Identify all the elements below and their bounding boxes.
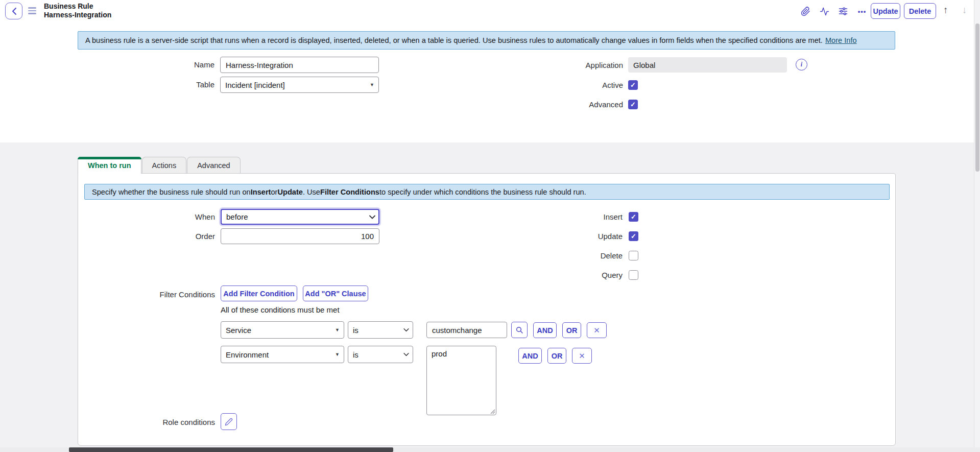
check-icon: ✓ <box>630 81 636 89</box>
when-to-run-panel: Specify whether the business rule should… <box>78 173 896 446</box>
delete-checkbox[interactable] <box>629 251 638 260</box>
advanced-label: Advanced <box>409 100 623 109</box>
info-banner: A business rule is a server-side script … <box>78 31 895 50</box>
previous-record-icon[interactable]: ↑ <box>943 5 948 16</box>
info-banner-text: A business rule is a server-side script … <box>85 36 823 44</box>
or-button[interactable]: OR <box>547 348 566 364</box>
and-button[interactable]: AND <box>533 322 557 338</box>
record-title: Business Rule Harness-Integration <box>44 2 111 19</box>
more-options-icon[interactable]: ••• <box>856 5 868 17</box>
attachment-icon[interactable] <box>799 5 811 17</box>
update-button[interactable]: Update <box>871 3 900 19</box>
remove-condition-button[interactable]: ✕ <box>587 322 607 338</box>
name-input[interactable] <box>220 57 379 73</box>
update-label: Update <box>78 232 623 241</box>
delete-label: Delete <box>78 251 623 260</box>
insert-label: Insert <box>78 212 623 221</box>
horizontal-scrollbar[interactable] <box>0 447 980 452</box>
lookup-button[interactable] <box>511 322 528 338</box>
active-label: Active <box>409 81 623 89</box>
record-name: Harness-Integration <box>44 11 111 19</box>
pencil-icon <box>225 418 233 426</box>
name-label: Name <box>0 60 214 69</box>
add-filter-condition-button[interactable]: Add Filter Condition <box>221 286 297 301</box>
more-info-link[interactable]: More Info <box>825 36 857 44</box>
condition-field-select[interactable]: Service ▼ <box>221 321 344 339</box>
check-icon: ✓ <box>631 232 636 240</box>
delete-button[interactable]: Delete <box>904 3 936 19</box>
tab-banner-text: Specify whether the business rule should… <box>92 188 251 196</box>
tab-when-to-run[interactable]: When to run <box>78 157 141 174</box>
back-button[interactable] <box>5 3 22 19</box>
query-label: Query <box>78 271 623 279</box>
check-icon: ✓ <box>631 213 636 221</box>
active-checkbox[interactable]: ✓ <box>628 80 638 90</box>
update-checkbox[interactable]: ✓ <box>629 231 638 241</box>
vertical-scrollbar-thumb[interactable] <box>975 23 979 172</box>
application-info-icon[interactable]: i <box>796 59 807 70</box>
condition-operator-select[interactable]: is <box>348 321 413 339</box>
condition-field-select[interactable]: Environment ▼ <box>221 346 344 363</box>
vertical-scrollbar[interactable] <box>974 0 980 452</box>
tab-advanced[interactable]: Advanced <box>187 157 241 173</box>
table-select[interactable]: Incident [incident] ▼ <box>220 77 379 93</box>
personalize-form-icon[interactable] <box>837 5 849 17</box>
or-button[interactable]: OR <box>562 322 581 338</box>
tab-strip: When to run Actions Advanced <box>78 157 241 174</box>
tab-info-banner: Specify whether the business rule should… <box>84 184 890 200</box>
business-rule-form-page: Business Rule Harness-Integration ••• Up… <box>0 0 980 452</box>
horizontal-scrollbar-thumb[interactable] <box>69 447 393 452</box>
condition-value-textarea[interactable]: prod <box>426 346 496 415</box>
remove-condition-button[interactable]: ✕ <box>572 348 592 364</box>
form-header: Business Rule Harness-Integration ••• Up… <box>0 0 980 22</box>
application-label: Application <box>409 61 623 69</box>
activity-stream-icon[interactable] <box>818 5 830 17</box>
role-conditions-label: Role conditions <box>78 418 215 426</box>
query-checkbox[interactable] <box>629 270 638 280</box>
and-button[interactable]: AND <box>518 348 542 364</box>
condition-value-input[interactable] <box>426 322 507 338</box>
chevron-left-icon <box>11 7 17 15</box>
insert-checkbox[interactable]: ✓ <box>629 212 638 222</box>
edit-role-conditions-button[interactable] <box>221 413 237 430</box>
check-icon: ✓ <box>630 101 636 108</box>
condition-match-text: All of these conditions must be met <box>221 305 340 314</box>
add-or-clause-button[interactable]: Add "OR" Clause <box>303 286 368 301</box>
page-title: Business Rule <box>44 2 111 11</box>
table-label: Table <box>0 80 214 89</box>
condition-operator-select[interactable]: is <box>348 346 413 363</box>
next-record-icon[interactable]: ↓ <box>962 5 967 16</box>
search-icon <box>515 326 523 334</box>
tab-actions[interactable]: Actions <box>142 157 187 173</box>
advanced-checkbox[interactable]: ✓ <box>628 100 638 109</box>
filter-conditions-label: Filter Conditions <box>78 290 215 299</box>
close-icon: ✕ <box>593 326 600 335</box>
application-input <box>628 57 787 73</box>
context-menu-icon[interactable] <box>28 7 36 14</box>
close-icon: ✕ <box>579 351 585 361</box>
